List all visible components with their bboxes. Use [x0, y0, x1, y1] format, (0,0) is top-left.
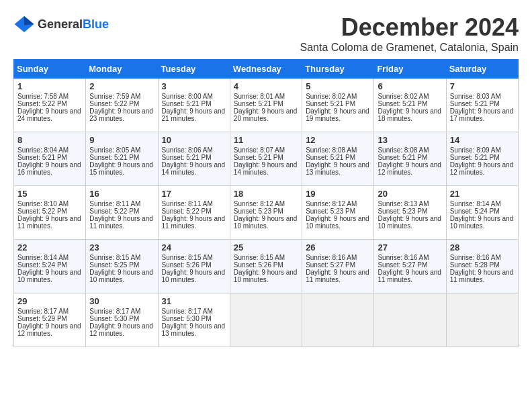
day-number: 13	[378, 135, 442, 145]
sunset-text: Sunset: 5:23 PM	[234, 208, 298, 215]
calendar-cell: 26Sunrise: 8:16 AMSunset: 5:27 PMDayligh…	[302, 240, 374, 293]
day-number: 28	[450, 242, 515, 253]
calendar-week-row: 1Sunrise: 7:58 AMSunset: 5:22 PMDaylight…	[14, 79, 519, 132]
day-number: 16	[89, 189, 154, 199]
sunrise-text: Sunrise: 8:08 AM	[306, 146, 370, 154]
sunrise-text: Sunrise: 8:15 AM	[162, 254, 226, 261]
calendar-cell: 17Sunrise: 8:11 AMSunset: 5:22 PMDayligh…	[158, 186, 230, 240]
day-number: 8	[17, 135, 82, 145]
sunrise-text: Sunrise: 8:17 AM	[89, 308, 154, 315]
calendar-cell: 9Sunrise: 8:05 AMSunset: 5:21 PMDaylight…	[86, 132, 158, 186]
calendar-cell: 4Sunrise: 8:01 AMSunset: 5:21 PMDaylight…	[230, 79, 302, 132]
daylight-text: Daylight: 9 hours and 18 minutes.	[378, 107, 442, 122]
sunrise-text: Sunrise: 8:16 AM	[450, 254, 515, 261]
sunrise-text: Sunrise: 8:02 AM	[306, 93, 370, 100]
day-number: 24	[162, 242, 226, 253]
calendar-cell: 21Sunrise: 8:14 AMSunset: 5:24 PMDayligh…	[446, 186, 518, 240]
calendar-cell: 13Sunrise: 8:08 AMSunset: 5:21 PMDayligh…	[374, 132, 446, 186]
daylight-text: Daylight: 9 hours and 15 minutes.	[89, 161, 154, 176]
sunset-text: Sunset: 5:29 PM	[17, 315, 82, 322]
daylight-text: Daylight: 9 hours and 12 minutes.	[89, 322, 154, 337]
sunset-text: Sunset: 5:26 PM	[162, 261, 226, 269]
daylight-text: Daylight: 9 hours and 10 minutes.	[89, 269, 154, 283]
calendar-cell: 8Sunrise: 8:04 AMSunset: 5:21 PMDaylight…	[14, 132, 86, 186]
sunset-text: Sunset: 5:21 PM	[162, 154, 226, 161]
day-number: 23	[89, 242, 154, 253]
daylight-text: Daylight: 9 hours and 10 minutes.	[234, 269, 298, 283]
sunset-text: Sunset: 5:21 PM	[162, 100, 226, 107]
day-number: 10	[162, 135, 226, 145]
sunrise-text: Sunrise: 8:16 AM	[378, 254, 442, 261]
calendar-cell: 29Sunrise: 8:17 AMSunset: 5:29 PMDayligh…	[14, 293, 86, 347]
day-number: 27	[378, 242, 442, 253]
sunset-text: Sunset: 5:23 PM	[306, 208, 370, 215]
sunset-text: Sunset: 5:21 PM	[306, 154, 370, 161]
sunrise-text: Sunrise: 8:07 AM	[234, 146, 298, 154]
daylight-text: Daylight: 9 hours and 10 minutes.	[378, 215, 442, 230]
weekday-header: Friday	[374, 60, 446, 79]
daylight-text: Daylight: 9 hours and 11 minutes.	[378, 269, 442, 283]
sunrise-text: Sunrise: 8:11 AM	[162, 200, 226, 208]
sunrise-text: Sunrise: 8:13 AM	[378, 200, 442, 208]
sunrise-text: Sunrise: 8:12 AM	[234, 200, 298, 208]
sunset-text: Sunset: 5:21 PM	[450, 154, 515, 161]
calendar-cell: 15Sunrise: 8:10 AMSunset: 5:22 PMDayligh…	[14, 186, 86, 240]
daylight-text: Daylight: 9 hours and 11 minutes.	[89, 215, 154, 230]
sunrise-text: Sunrise: 8:09 AM	[450, 146, 515, 154]
calendar-cell: 31Sunrise: 8:17 AMSunset: 5:30 PMDayligh…	[158, 293, 230, 347]
daylight-text: Daylight: 9 hours and 16 minutes.	[17, 161, 82, 176]
daylight-text: Daylight: 9 hours and 11 minutes.	[17, 215, 82, 230]
sunrise-text: Sunrise: 8:00 AM	[162, 93, 226, 100]
sunrise-text: Sunrise: 8:05 AM	[89, 146, 154, 154]
weekday-header: Tuesday	[158, 60, 230, 79]
weekday-row: SundayMondayTuesdayWednesdayThursdayFrid…	[14, 60, 519, 79]
calendar-cell: 7Sunrise: 8:03 AMSunset: 5:21 PMDaylight…	[446, 79, 518, 132]
sunset-text: Sunset: 5:26 PM	[234, 261, 298, 269]
sunset-text: Sunset: 5:21 PM	[17, 154, 82, 161]
sunset-text: Sunset: 5:27 PM	[306, 261, 370, 269]
weekday-header: Sunday	[14, 60, 86, 79]
location-title: Santa Coloma de Gramenet, Catalonia, Spa…	[300, 42, 519, 54]
day-number: 2	[89, 81, 154, 91]
sunrise-text: Sunrise: 8:01 AM	[234, 93, 298, 100]
daylight-text: Daylight: 9 hours and 12 minutes.	[450, 161, 515, 176]
daylight-text: Daylight: 9 hours and 23 minutes.	[89, 107, 154, 122]
title-block: December 2024 Santa Coloma de Gramenet, …	[300, 13, 519, 54]
calendar-cell: 12Sunrise: 8:08 AMSunset: 5:21 PMDayligh…	[302, 132, 374, 186]
calendar-week-row: 29Sunrise: 8:17 AMSunset: 5:29 PMDayligh…	[14, 293, 519, 347]
logo: GeneralBlue	[13, 13, 109, 35]
day-number: 21	[450, 189, 515, 199]
daylight-text: Daylight: 9 hours and 19 minutes.	[306, 107, 370, 122]
daylight-text: Daylight: 9 hours and 20 minutes.	[234, 107, 298, 122]
calendar-cell: 3Sunrise: 8:00 AMSunset: 5:21 PMDaylight…	[158, 79, 230, 132]
weekday-header: Wednesday	[230, 60, 302, 79]
day-number: 20	[378, 189, 442, 199]
day-number: 3	[162, 81, 226, 91]
day-number: 26	[306, 242, 370, 253]
day-number: 25	[234, 242, 298, 253]
calendar-cell: 18Sunrise: 8:12 AMSunset: 5:23 PMDayligh…	[230, 186, 302, 240]
calendar-cell: 19Sunrise: 8:12 AMSunset: 5:23 PMDayligh…	[302, 186, 374, 240]
day-number: 31	[162, 296, 226, 306]
sunset-text: Sunset: 5:22 PM	[89, 100, 154, 107]
calendar-cell: 11Sunrise: 8:07 AMSunset: 5:21 PMDayligh…	[230, 132, 302, 186]
day-number: 11	[234, 135, 298, 145]
weekday-header: Saturday	[446, 60, 518, 79]
sunrise-text: Sunrise: 8:04 AM	[17, 146, 82, 154]
daylight-text: Daylight: 9 hours and 21 minutes.	[162, 107, 226, 122]
calendar-cell: 23Sunrise: 8:15 AMSunset: 5:25 PMDayligh…	[86, 240, 158, 293]
calendar-cell: 28Sunrise: 8:16 AMSunset: 5:28 PMDayligh…	[446, 240, 518, 293]
daylight-text: Daylight: 9 hours and 13 minutes.	[306, 161, 370, 176]
weekday-header: Monday	[86, 60, 158, 79]
daylight-text: Daylight: 9 hours and 24 minutes.	[17, 107, 82, 122]
day-number: 18	[234, 189, 298, 199]
page-header: GeneralBlue December 2024 Santa Coloma d…	[13, 13, 519, 54]
sunrise-text: Sunrise: 8:12 AM	[306, 200, 370, 208]
logo-text-general: General	[38, 17, 83, 31]
sunrise-text: Sunrise: 8:15 AM	[234, 254, 298, 261]
daylight-text: Daylight: 9 hours and 12 minutes.	[378, 161, 442, 176]
daylight-text: Daylight: 9 hours and 17 minutes.	[450, 107, 515, 122]
day-number: 1	[17, 81, 82, 91]
sunrise-text: Sunrise: 8:14 AM	[450, 200, 515, 208]
daylight-text: Daylight: 9 hours and 11 minutes.	[306, 269, 370, 283]
